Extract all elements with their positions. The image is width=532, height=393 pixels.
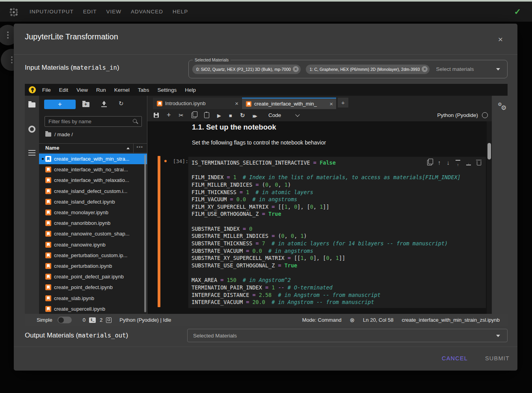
jupyter-menu-help[interactable]: Help	[185, 87, 196, 93]
material-chip[interactable]: 1: C, Graphene, HEX (P6/mmm) 2D (Monolay…	[306, 65, 430, 74]
kebab-dots-icon	[7, 32, 9, 39]
file-item[interactable]: create_island_defect.ipynb	[39, 196, 147, 207]
cell-type-select[interactable]: Code	[268, 112, 281, 118]
insert-cell-below-icon[interactable]	[466, 160, 471, 165]
restart-run-all-icon[interactable]	[253, 112, 256, 119]
app-menu-advanced[interactable]: ADVANCED	[131, 9, 163, 15]
jupyter-menu-file[interactable]: File	[42, 87, 51, 93]
trust-indicator-icon[interactable]	[350, 317, 355, 324]
cancel-button[interactable]: CANCEL	[439, 353, 471, 364]
cut-icon[interactable]	[179, 112, 184, 119]
kernel-chip-icon[interactable]	[106, 317, 112, 323]
app-menu-view[interactable]: VIEW	[106, 9, 122, 15]
add-cell-icon[interactable]	[167, 112, 171, 119]
paste-icon[interactable]	[204, 112, 209, 118]
file-item[interactable]: create_interface_with_relaxatio...	[39, 175, 147, 185]
notebook-scrollbar-track[interactable]	[487, 121, 492, 314]
file-item[interactable]: create_nanowire.ipynb	[39, 239, 147, 250]
kernel-name[interactable]: Python (Pyodide)	[437, 112, 478, 118]
code-editor[interactable]: IS_TERMINATIONS_SELECTION_INTERACTIVE = …	[188, 157, 486, 308]
jupyter-menu-settings[interactable]: Settings	[157, 87, 177, 93]
material-chip[interactable]: 0: SiO2, Quartz, HEX (P3_121) 3D (Bulk),…	[192, 65, 301, 74]
file-item[interactable]: create_point_defect.ipynb	[39, 282, 147, 293]
upload-icon[interactable]	[101, 101, 107, 107]
check-icon[interactable]: ✓	[514, 2, 521, 22]
jupyter-menu-kernel[interactable]: Kernel	[114, 87, 130, 93]
kernel-status-icon[interactable]	[482, 112, 488, 118]
file-browser-tab-icon[interactable]	[28, 102, 35, 108]
insert-cell-above-icon[interactable]	[456, 160, 460, 165]
file-name: create_interface_with_no_strai...	[54, 167, 128, 172]
cursor-position[interactable]: Ln 20, Col 58	[363, 317, 393, 323]
new-tab-button[interactable]	[338, 98, 348, 108]
app-menu-help[interactable]: HELP	[173, 9, 188, 15]
tab-close-icon[interactable]: ×	[235, 100, 238, 106]
file-name: create_nanoribbon.ipynb	[54, 220, 110, 226]
file-item[interactable]: create_interface_with_min_stra...	[39, 154, 147, 164]
new-launcher-button[interactable]	[44, 100, 76, 109]
chevron-down-icon[interactable]	[496, 335, 500, 337]
run-icon[interactable]	[217, 112, 221, 119]
jupyter-menu-tabs[interactable]: Tabs	[138, 87, 149, 93]
file-item[interactable]: create_slab.ipynb	[39, 293, 147, 303]
running-kernels-tab-icon[interactable]	[28, 126, 35, 133]
output-materials-select[interactable]: Selected Materials	[187, 329, 508, 342]
breadcrumb[interactable]: / made /	[45, 132, 73, 137]
file-item[interactable]: create_nanoribbon.ipynb	[39, 218, 147, 228]
more-options-icon[interactable]: •••	[136, 144, 143, 150]
filter-files-input[interactable]	[45, 116, 142, 127]
file-item[interactable]: create_point_defect_pair.ipynb	[39, 271, 147, 282]
copy-icon[interactable]	[192, 113, 196, 118]
file-list-header[interactable]: Name •••	[39, 143, 147, 153]
tab-create-interface[interactable]: create_interface_with_min_ ×	[242, 98, 336, 109]
simple-mode-toggle[interactable]	[58, 317, 72, 323]
chip-delete-icon[interactable]: ×	[422, 66, 428, 72]
chevron-down-icon[interactable]	[496, 68, 500, 70]
selected-cell-bar[interactable]	[158, 156, 160, 307]
jupyter-menu-view[interactable]: View	[76, 87, 88, 93]
home-folder-icon[interactable]	[45, 132, 51, 137]
chip-delete-icon[interactable]: ×	[293, 66, 299, 72]
move-cell-down-icon[interactable]	[447, 159, 450, 166]
file-list-scrollbar[interactable]	[144, 155, 146, 312]
file-item[interactable]: create_monolayer.ipynb	[39, 207, 147, 218]
tab-introduction[interactable]: Introduction.ipynb ×	[153, 98, 242, 109]
kernel-indicator: Python (Pyodide)	[437, 112, 488, 118]
terminal-icon[interactable]	[89, 317, 96, 323]
terminal-count[interactable]: 0	[83, 317, 86, 323]
app-menu-input-output[interactable]: INPUT/OUTPUT	[30, 9, 74, 15]
jupyter-menu-edit[interactable]: Edit	[59, 87, 68, 93]
file-item[interactable]: create_interface_with_no_strai...	[39, 164, 147, 175]
file-item[interactable]: create_supercell.ipynb	[39, 304, 147, 314]
refresh-icon[interactable]	[119, 100, 124, 107]
code-line: FILM_INDEX = 1 # Index in the list of ma…	[192, 174, 486, 182]
name-column-header[interactable]: Name	[45, 145, 59, 151]
file-item[interactable]: create_perturbation_custom.ip...	[39, 250, 147, 261]
file-item[interactable]: create_perturbation.ipynb	[39, 261, 147, 271]
delete-cell-icon[interactable]	[477, 161, 481, 165]
jupyter-statusbar: Simple 0 2 Python (Pyodide) | Idle Mode:…	[25, 314, 508, 326]
jupyter-menu-run[interactable]: Run	[96, 87, 106, 93]
restart-kernel-icon[interactable]	[240, 112, 245, 119]
selected-materials-field[interactable]: Selected Materials 0: SiO2, Quartz, HEX …	[188, 60, 508, 78]
mode-indicator[interactable]: Mode: Command	[302, 317, 342, 323]
new-folder-icon[interactable]	[82, 102, 89, 107]
app-logo-icon[interactable]	[9, 8, 18, 17]
app-menu-edit[interactable]: EDIT	[83, 9, 97, 15]
sort-ascending-icon[interactable]	[126, 147, 130, 149]
dialog-close-icon[interactable]: ×	[495, 34, 506, 44]
file-item[interactable]: create_nanowire_custom_shap...	[39, 228, 147, 239]
cell-type-chevron-icon[interactable]	[296, 112, 300, 117]
tab-close-icon[interactable]: ×	[329, 101, 333, 107]
table-of-contents-tab-icon[interactable]	[28, 150, 35, 156]
notebook-scrollbar-thumb[interactable]	[487, 143, 491, 159]
breadcrumb-path[interactable]: / made /	[54, 132, 73, 137]
duplicate-cell-icon[interactable]	[427, 160, 432, 165]
kernel-count[interactable]: 2	[100, 317, 102, 323]
submit-button[interactable]: SUBMIT	[482, 353, 513, 364]
save-icon[interactable]	[154, 113, 159, 118]
file-item[interactable]: create_island_defect_custom.i...	[39, 186, 147, 196]
stop-icon[interactable]	[229, 112, 232, 119]
kernel-status-text[interactable]: Python (Pyodide) | Idle	[119, 317, 171, 323]
move-cell-up-icon[interactable]	[438, 159, 441, 166]
